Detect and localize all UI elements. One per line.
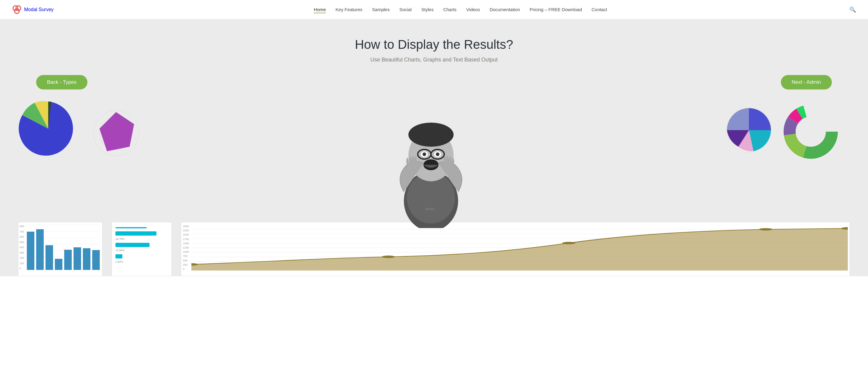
svg-point-40: [382, 255, 395, 258]
y-label-200: 200: [20, 256, 24, 259]
nav-charts[interactable]: Charts: [443, 7, 457, 12]
bar-chart: 800 700 600 500 400 300 200 100 0: [18, 222, 102, 276]
nav-contact[interactable]: Contact: [592, 7, 607, 12]
person-figure: adidas: [377, 98, 485, 228]
bar-7: [83, 248, 90, 270]
y-label-800: 800: [20, 225, 24, 228]
logo-text: Modal Survey: [24, 7, 54, 12]
bars-row: [27, 225, 100, 270]
donut-chart-right-container: [778, 98, 850, 166]
y-label-100: 100: [20, 262, 24, 265]
bar-1: [27, 232, 34, 270]
y-label-300: 300: [20, 251, 24, 254]
pie-chart-left-container: [18, 98, 84, 160]
svg-point-12: [408, 123, 454, 147]
nav-styles[interactable]: Styles: [421, 7, 434, 12]
radar-chart: [90, 107, 142, 159]
area-chart: 25002250200017501500 125010007505002500: [181, 222, 850, 276]
svg-point-41: [562, 242, 576, 244]
svg-point-29: [796, 117, 826, 147]
hero-subtitle: Use Beautiful Charts, Graphs and Text Ba…: [0, 57, 868, 63]
hbar-item-1: 16.78%: [116, 231, 168, 241]
hero-section: How to Display the Results? Use Beautifu…: [0, 19, 868, 276]
main-nav: Modal Survey Home Key Features Samples S…: [0, 0, 868, 19]
bar-2: [36, 229, 44, 270]
nav-pricing[interactable]: Pricing – FREE Download: [530, 7, 582, 12]
pie-chart-left: [18, 98, 79, 159]
area-chart-y-labels: 25002250200017501500 125010007505002500: [183, 225, 189, 270]
nav-samples[interactable]: Samples: [372, 7, 390, 12]
charts-row: adidas: [0, 98, 868, 228]
y-label-600: 600: [20, 235, 24, 238]
nav-home[interactable]: Home: [314, 7, 326, 13]
svg-point-42: [759, 228, 772, 230]
hero-text: How to Display the Results? Use Beautifu…: [0, 37, 868, 63]
bar-5: [64, 250, 72, 270]
area-chart-svg: [191, 225, 848, 270]
pie-chart-center-right: [723, 104, 775, 156]
next-admin-button[interactable]: Next - Admin: [781, 75, 832, 90]
bar-chart-y-labels: 800 700 600 500 400 300 200 100 0: [20, 225, 24, 270]
hbar-item-2: 13.96%: [116, 243, 168, 252]
svg-text:adidas: adidas: [426, 207, 434, 211]
chart-center-area: adidas: [84, 98, 778, 228]
bar-4: [55, 259, 62, 270]
nav-links: Home Key Features Samples Social Styles …: [72, 7, 849, 12]
bar-6: [73, 247, 81, 270]
nav-buttons: Back - Types Next - Admin: [0, 75, 868, 90]
hbar-item-3: 2.84%: [116, 254, 168, 264]
back-types-button[interactable]: Back - Types: [36, 75, 87, 90]
svg-point-2: [14, 8, 19, 13]
svg-point-19: [436, 153, 439, 156]
person-svg: adidas: [377, 98, 485, 228]
nav-videos[interactable]: Videos: [466, 7, 480, 12]
y-label-0: 0: [20, 267, 24, 270]
bar-3: [45, 245, 53, 270]
nav-social[interactable]: Social: [399, 7, 412, 12]
donut-chart-right: [778, 98, 844, 165]
svg-point-18: [423, 153, 426, 156]
y-label-500: 500: [20, 241, 24, 244]
nav-key-features[interactable]: Key Features: [336, 7, 362, 12]
y-label-400: 400: [20, 246, 24, 249]
svg-point-1: [16, 6, 21, 10]
nav-documentation[interactable]: Documentation: [490, 7, 520, 12]
hero-title: How to Display the Results?: [0, 37, 868, 52]
bottom-charts-row: 800 700 600 500 400 300 200 100 0: [0, 222, 868, 276]
logo-icon: [12, 5, 22, 14]
y-label-700: 700: [20, 230, 24, 233]
bar-8: [92, 250, 100, 270]
search-icon[interactable]: 🔍: [849, 6, 856, 13]
hbar-chart: 16.78% 13.96% 2.84%: [112, 222, 172, 276]
logo-link[interactable]: Modal Survey: [12, 5, 54, 14]
